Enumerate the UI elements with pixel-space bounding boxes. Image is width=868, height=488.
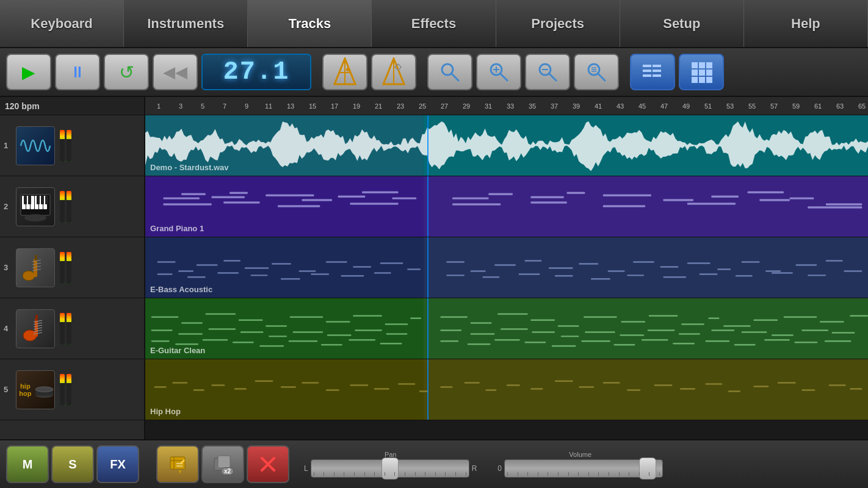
metronome-icon (333, 57, 356, 87)
svg-rect-159 (266, 326, 287, 327)
repeat-button[interactable]: ↺ (104, 54, 149, 90)
svg-rect-243 (485, 390, 496, 391)
svg-rect-205 (648, 329, 675, 331)
ruler-mark-21: 21 (367, 102, 389, 110)
ruler-mark-1: 1 (148, 102, 170, 110)
ruler-mark-57: 57 (763, 102, 785, 110)
svg-rect-121 (251, 274, 268, 276)
svg-rect-244 (507, 385, 520, 386)
view-list-button[interactable] (630, 54, 675, 90)
nav-tab-effects[interactable]: Effects (372, 0, 496, 47)
svg-rect-258 (850, 389, 862, 390)
track-lane-5[interactable]: Hip Hop (145, 359, 868, 420)
svg-rect-213 (468, 343, 490, 345)
list-view-icon (642, 61, 664, 83)
nav-tab-projects[interactable]: Projects (496, 0, 620, 47)
nav-tab-help[interactable]: Help (744, 0, 868, 47)
svg-rect-76 (164, 198, 200, 199)
level-bar-3b (67, 252, 71, 284)
svg-rect-179 (289, 340, 317, 342)
track-header-1: 1 (0, 115, 144, 176)
svg-rect-29 (643, 74, 651, 77)
track-thumb-5[interactable]: hip hop (16, 370, 55, 409)
track-header-3: 3 (0, 237, 144, 298)
timeline-ruler[interactable]: 1357911131517192123252729313335373941434… (145, 97, 868, 115)
level-bar-1a (60, 130, 65, 162)
nav-tab-keyboard[interactable]: Keyboard (0, 0, 124, 47)
volume-label: Volume (569, 451, 591, 458)
svg-rect-198 (440, 329, 461, 331)
nav-tab-setup[interactable]: Setup (620, 0, 744, 47)
svg-rect-123 (311, 273, 329, 274)
track-lane-1[interactable]: Demo - Stardust.wav (145, 115, 868, 176)
volume-slider[interactable] (504, 459, 663, 478)
svg-rect-238 (374, 389, 389, 390)
svg-rect-220 (673, 343, 695, 344)
pause-button[interactable]: ⏸ (55, 54, 100, 90)
svg-rect-136 (717, 268, 731, 270)
top-nav: Keyboard Instruments Tracks Effects Proj… (0, 0, 868, 48)
level-bar-5a (60, 374, 65, 406)
svg-rect-248 (603, 382, 620, 384)
track-lane-3[interactable]: E-Bass Acoustic (145, 237, 868, 298)
ruler-mark-37: 37 (543, 102, 565, 110)
svg-rect-47 (24, 196, 27, 204)
zoom-in-button[interactable] (476, 54, 521, 90)
fx-button[interactable]: FX (96, 445, 139, 483)
svg-rect-245 (530, 389, 543, 390)
svg-rect-208 (742, 331, 767, 332)
zoom-search-button[interactable] (427, 54, 472, 90)
nav-tab-instruments[interactable]: Instruments (124, 0, 248, 47)
metronome-button[interactable] (322, 54, 367, 90)
svg-rect-183 (440, 317, 467, 318)
mute-button[interactable]: M (6, 445, 49, 483)
svg-rect-78 (212, 196, 245, 198)
nav-tab-tracks[interactable]: Tracks (248, 0, 372, 47)
svg-rect-26 (653, 65, 661, 67)
metronome-settings-button[interactable] (371, 54, 416, 90)
svg-rect-148 (700, 273, 718, 274)
track-thumb-1[interactable] (16, 126, 55, 165)
svg-rect-236 (326, 390, 339, 391)
svg-rect-82 (338, 196, 365, 198)
rewind-button[interactable]: ◀◀ (153, 54, 198, 90)
svg-rect-153 (145, 298, 424, 359)
svg-rect-35 (699, 70, 705, 76)
svg-rect-104 (808, 207, 862, 209)
svg-rect-85 (164, 204, 212, 206)
svg-rect-266 (218, 456, 230, 468)
view-grid-button[interactable] (679, 54, 724, 90)
svg-rect-230 (193, 390, 204, 391)
svg-rect-100 (530, 202, 566, 204)
track-lane-2[interactable]: Grand Piano 1 (145, 176, 868, 237)
copy-button[interactable]: x2 (201, 445, 244, 483)
svg-rect-142 (483, 276, 500, 278)
svg-rect-233 (255, 381, 273, 382)
zoom-fit-button[interactable] (574, 54, 619, 90)
delete-button[interactable] (247, 445, 289, 483)
svg-rect-191 (681, 324, 704, 325)
svg-rect-162 (353, 315, 382, 317)
track-thumb-3[interactable] (16, 248, 55, 287)
svg-point-3 (346, 68, 350, 71)
edit-button[interactable] (156, 445, 199, 483)
svg-rect-79 (230, 192, 248, 194)
zoom-out-button[interactable] (525, 54, 570, 90)
track-lane-4[interactable]: E-Guitar Clean (145, 298, 868, 359)
ruler-mark-23: 23 (389, 102, 411, 110)
solo-button[interactable]: S (51, 445, 94, 483)
ruler-mark-49: 49 (675, 102, 697, 110)
svg-rect-223 (764, 339, 789, 340)
play-button[interactable]: ▶ (6, 54, 51, 90)
svg-rect-184 (471, 323, 492, 324)
track-thumb-2[interactable] (16, 187, 55, 226)
svg-rect-89 (452, 198, 488, 199)
pan-slider[interactable] (311, 459, 469, 478)
svg-rect-219 (642, 339, 668, 340)
track-thumb-4[interactable] (16, 309, 55, 348)
svg-rect-126 (446, 262, 465, 263)
svg-rect-113 (299, 270, 316, 271)
svg-rect-91 (530, 196, 563, 198)
level-bar-2b (67, 191, 71, 223)
drum-icon (34, 381, 54, 399)
